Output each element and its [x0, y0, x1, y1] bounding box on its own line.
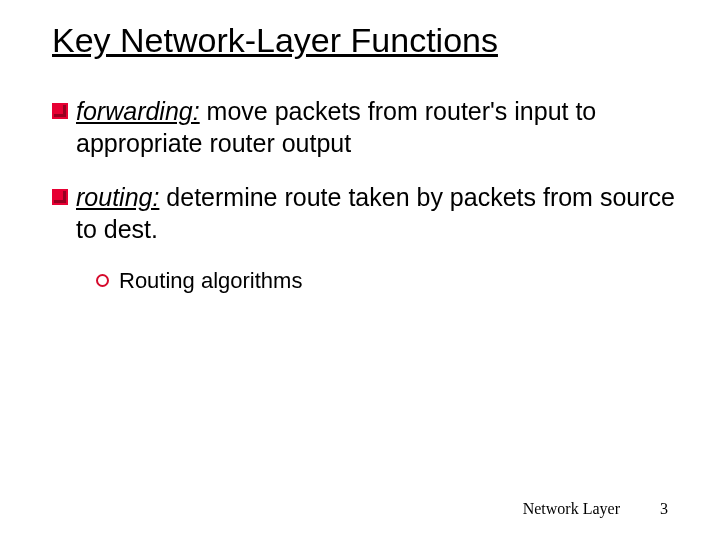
- square-bullet-icon: [52, 103, 68, 119]
- sub-bullet-text: Routing algorithms: [119, 267, 302, 296]
- square-bullet-icon: [52, 189, 68, 205]
- slide: Key Network-Layer Functions forwarding: …: [0, 0, 720, 540]
- bullet-routing: routing: determine route taken by packet…: [52, 181, 680, 245]
- bullet-body: forwarding: move packets from router's i…: [76, 95, 680, 159]
- sub-bullet-routing-algorithms: Routing algorithms: [96, 267, 680, 296]
- bullet-forwarding: forwarding: move packets from router's i…: [52, 95, 680, 159]
- slide-footer: Network Layer 3: [523, 500, 668, 518]
- bullet-body: routing: determine route taken by packet…: [76, 181, 680, 245]
- bullet-term: routing:: [76, 183, 159, 211]
- bullet-rest: determine route taken by packets from so…: [76, 183, 675, 243]
- footer-label: Network Layer: [523, 500, 620, 518]
- page-number: 3: [660, 500, 668, 518]
- circle-bullet-icon: [96, 274, 109, 287]
- bullet-term: forwarding:: [76, 97, 200, 125]
- slide-title: Key Network-Layer Functions: [52, 22, 680, 59]
